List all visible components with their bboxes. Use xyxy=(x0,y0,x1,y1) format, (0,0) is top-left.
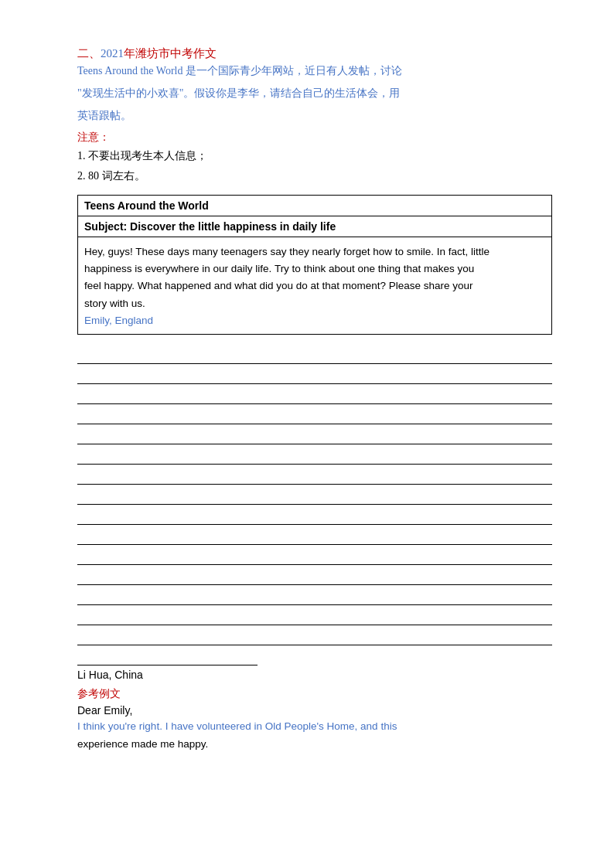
writing-line xyxy=(77,344,552,364)
prompt-line1: Teens Around the World 是一个国际青少年网站，近日有人发帖… xyxy=(77,61,552,80)
box-subject: Subject: Discover the little happiness i… xyxy=(78,216,551,237)
writing-line xyxy=(77,465,552,485)
title-year: 2021 xyxy=(101,47,124,60)
reference-black-text: experience made me happy. xyxy=(77,738,208,750)
prompt-line2: "发现生活中的小欢喜"。假设你是李华，请结合自己的生活体会，用 xyxy=(77,83,552,103)
title-suffix: 年潍坊市中考作文 xyxy=(124,47,217,60)
signature: Li Hua, China xyxy=(77,669,552,681)
writing-lines-area xyxy=(77,344,552,665)
writing-line xyxy=(77,565,552,585)
writing-line xyxy=(77,404,552,424)
content-line3: feel happy. What happened and what did y… xyxy=(84,277,545,294)
notice-block: 注意： 1. 不要出现考生本人信息； 2. 80 词左右。 xyxy=(77,131,552,187)
writing-line xyxy=(77,424,552,444)
dear-emily: Dear Emily, xyxy=(77,704,552,717)
writing-line xyxy=(77,505,552,525)
writing-line xyxy=(77,525,552,545)
content-line2: happiness is everywhere in our daily lif… xyxy=(84,260,545,277)
box-title: Teens Around the World xyxy=(78,196,551,216)
writing-line xyxy=(77,485,552,505)
box-content: Hey, guys! These days many teenagers say… xyxy=(78,237,551,334)
reference-text: I think you're right. I have volunteered… xyxy=(77,718,552,754)
writing-line xyxy=(77,585,552,605)
title-prefix: 二、 xyxy=(77,47,101,60)
notice-item-1: 1. 不要出现考生本人信息； xyxy=(77,146,552,167)
box-author: Emily, England xyxy=(84,312,545,329)
content-line1: Hey, guys! These days many teenagers say… xyxy=(84,243,545,260)
notice-item-2: 2. 80 词左右。 xyxy=(77,166,552,187)
writing-line xyxy=(77,384,552,404)
reference-label: 参考例文 xyxy=(77,687,552,701)
short-signature-line xyxy=(77,645,258,665)
writing-line xyxy=(77,545,552,565)
content-line4: story with us. xyxy=(84,295,545,312)
notice-label: 注意： xyxy=(77,131,552,145)
section-title: 二、2021年潍坊市中考作文 xyxy=(77,46,552,61)
prompt-block: Teens Around the World 是一个国际青少年网站，近日有人发帖… xyxy=(77,61,552,126)
writing-line xyxy=(77,625,552,645)
prompt-line3: 英语跟帖。 xyxy=(77,106,552,125)
writing-line xyxy=(77,444,552,465)
writing-line xyxy=(77,605,552,625)
reference-blue-text: I think you're right. I have volunteered… xyxy=(77,720,397,732)
writing-line xyxy=(77,364,552,384)
writing-box: Teens Around the World Subject: Discover… xyxy=(77,195,552,335)
